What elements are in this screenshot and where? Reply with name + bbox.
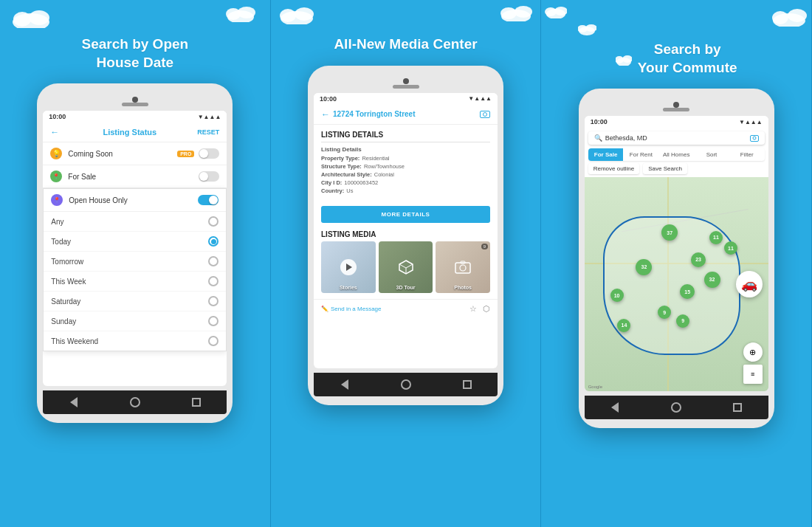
tab-for-sale[interactable]: For Sale: [588, 148, 624, 161]
svg-point-9: [501, 10, 531, 21]
svg-point-1: [13, 12, 31, 27]
radio-any[interactable]: Any: [44, 212, 226, 232]
more-details-button[interactable]: MORE DETAILS: [321, 206, 490, 223]
phone-speaker-2: [393, 85, 419, 89]
media-thumbnails: Stories 3D Tour: [321, 241, 490, 293]
coming-soon-icon: 💡: [50, 148, 62, 159]
radio-circle-this-weekend[interactable]: [208, 336, 219, 346]
radio-circle-tomorrow[interactable]: [208, 256, 219, 266]
star-icon[interactable]: ☆: [469, 304, 477, 314]
stories-label: Stories: [340, 285, 357, 290]
share-icon[interactable]: ⬡: [483, 304, 490, 314]
play-triangle-icon: [346, 264, 352, 271]
map-camera-icon[interactable]: [750, 135, 759, 142]
radio-this-weekend[interactable]: This Weekend: [44, 331, 226, 351]
svg-marker-13: [399, 261, 413, 268]
svg-rect-15: [455, 263, 470, 273]
nav-home-1[interactable]: [129, 396, 141, 408]
coming-soon-label: Coming Soon: [68, 150, 177, 158]
radio-circle-saturday[interactable]: [208, 296, 219, 306]
play-button[interactable]: [340, 259, 357, 275]
radio-today[interactable]: Today: [44, 232, 226, 252]
status-time-3: 10:00: [591, 118, 608, 125]
detail-country: Country:Us: [321, 187, 490, 194]
remove-outline-btn[interactable]: Remove outline: [588, 163, 640, 174]
nav-back-3[interactable]: [609, 402, 621, 413]
back-arrow-2[interactable]: ←: [321, 109, 330, 120]
status-icons-2: ▼▲▲▲: [468, 95, 492, 102]
layers-button[interactable]: ≡: [743, 365, 763, 384]
svg-point-3: [227, 10, 254, 22]
photos-icon: [455, 261, 471, 274]
back-arrow-1[interactable]: ←: [50, 127, 59, 137]
radio-circle-today[interactable]: [208, 236, 219, 247]
tab-for-rent[interactable]: For Rent: [623, 148, 658, 161]
open-house-toggle[interactable]: [198, 195, 219, 205]
tab-all-homes[interactable]: All Homes: [658, 148, 694, 161]
radio-saturday[interactable]: Saturday: [44, 292, 226, 311]
media-thumb-3dtour[interactable]: 3D Tour: [379, 241, 433, 293]
camera-icon[interactable]: [480, 111, 490, 118]
footer-actions: ☆ ⬡: [469, 304, 490, 314]
send-message-label: Send in a Message: [331, 306, 382, 312]
cluster-32a: 32: [636, 259, 652, 275]
commute-car-button[interactable]: 🚗: [736, 271, 763, 297]
radio-sunday[interactable]: Sunday: [44, 311, 226, 331]
phone-bottom-nav-2: [314, 373, 498, 396]
tab-sort[interactable]: Sort: [694, 148, 729, 161]
status-icons-1: ▼▲▲▲: [198, 114, 221, 120]
tab-filter[interactable]: Filter: [729, 148, 765, 161]
svg-point-4: [226, 8, 241, 20]
radio-tomorrow[interactable]: Tomorrow: [44, 252, 226, 272]
coming-soon-toggle[interactable]: [199, 148, 219, 159]
radio-circle-this-week[interactable]: [208, 276, 219, 286]
radio-circle-sunday[interactable]: [208, 316, 219, 326]
nav-home-2[interactable]: [400, 379, 412, 390]
map-area[interactable]: 37 11 11 23 32 32 10 15 9 9 14 🚗 ⊕: [585, 177, 768, 391]
radio-this-week[interactable]: This Week: [44, 272, 226, 292]
map-action-buttons: Remove outline Save Search: [588, 163, 765, 174]
nav-home-3[interactable]: [670, 402, 682, 413]
open-house-label: Open House Only: [69, 196, 198, 204]
svg-point-7: [280, 9, 296, 22]
phone-camera-1: [132, 97, 138, 103]
panel1-title: Search by Open House Date: [82, 35, 189, 72]
nav-recents-1[interactable]: [190, 396, 202, 408]
status-bar-2: 10:00 ▼▲▲▲: [314, 93, 498, 105]
3d-icon: [398, 259, 414, 275]
detail-property-type: Property Type:Residential: [321, 155, 490, 162]
send-message-btn[interactable]: ✏️ Send in a Message: [321, 306, 382, 312]
cluster-23: 23: [691, 252, 706, 267]
reset-button[interactable]: RESET: [197, 128, 219, 136]
cluster-32b: 32: [704, 272, 720, 288]
media-thumb-stories[interactable]: Stories: [321, 241, 376, 293]
status-bar-1: 10:00 ▼▲▲▲: [43, 111, 227, 123]
panel-commute: Search by Your Commute 10:00 ▼▲▲▲ 🔍 Beth…: [541, 0, 812, 527]
nav-back-2[interactable]: [339, 379, 351, 390]
map-search-bar[interactable]: 🔍 Bethesda, MD: [588, 131, 765, 145]
search-icon: 🔍: [594, 134, 602, 142]
for-sale-toggle[interactable]: [199, 171, 219, 182]
svg-point-18: [546, 9, 565, 18]
photos-label: Photos: [454, 285, 472, 290]
car-icon: 🚗: [741, 276, 757, 292]
open-house-icon: 📍: [51, 194, 63, 206]
svg-point-22: [578, 25, 588, 32]
coming-soon-row: 💡 Coming Soon PRO: [43, 142, 227, 165]
phone-screen-3: 10:00 ▼▲▲▲ 🔍 Bethesda, MD For Sale For R…: [585, 116, 768, 391]
media-thumb-photos[interactable]: 9 Photos: [436, 241, 490, 293]
pencil-icon: ✏️: [321, 306, 328, 312]
svg-point-16: [460, 265, 466, 271]
nav-back-1[interactable]: [68, 396, 80, 408]
phone-camera-2: [403, 78, 409, 84]
nav-recents-3[interactable]: [732, 402, 743, 413]
status-time-2: 10:00: [320, 95, 337, 103]
location-button[interactable]: ⊕: [743, 342, 763, 362]
radio-circle-any[interactable]: [208, 216, 219, 227]
listing-status-title: Listing Status: [103, 128, 156, 137]
nav-recents-2[interactable]: [461, 379, 473, 390]
svg-point-20: [554, 7, 567, 16]
svg-point-11: [515, 6, 532, 18]
phone-notch-1: [43, 92, 227, 106]
save-search-btn[interactable]: Save Search: [643, 163, 687, 174]
